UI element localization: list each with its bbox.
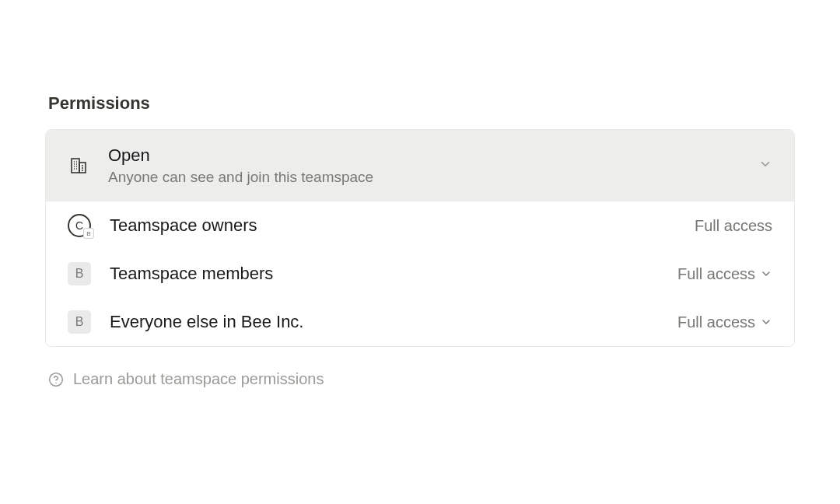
role-label: Teamspace members: [110, 264, 659, 284]
role-row-everyone: B Everyone else in Bee Inc. Full access: [46, 298, 794, 346]
chevron-down-icon: [760, 268, 772, 280]
role-access-dropdown[interactable]: Full access: [677, 265, 772, 283]
svg-point-13: [50, 373, 63, 386]
access-level-text: Open Anyone can see and join this teamsp…: [108, 145, 740, 186]
access-level-subtitle: Anyone can see and join this teamspace: [108, 169, 740, 186]
access-level-title: Open: [108, 145, 740, 166]
learn-permissions-link[interactable]: Learn about teamspace permissions: [45, 370, 795, 388]
role-access-dropdown[interactable]: Full access: [677, 313, 772, 331]
help-circle-icon: [48, 372, 64, 387]
square-avatar-icon: B: [68, 262, 91, 285]
role-label: Teamspace owners: [110, 215, 676, 236]
sub-badge: B: [83, 228, 94, 239]
chevron-down-icon: [758, 157, 772, 174]
help-link-label: Learn about teamspace permissions: [73, 370, 324, 388]
svg-rect-0: [72, 159, 79, 173]
access-level-selector[interactable]: Open Anyone can see and join this teamsp…: [46, 130, 794, 201]
chevron-down-icon: [760, 316, 772, 328]
role-access-value: Full access: [695, 217, 772, 235]
role-label: Everyone else in Bee Inc.: [110, 312, 659, 332]
permissions-card: Open Anyone can see and join this teamsp…: [45, 129, 795, 347]
square-avatar-icon: B: [68, 310, 91, 334]
avatar-icon: C B: [68, 214, 91, 237]
role-row-owners: C B Teamspace owners Full access: [46, 201, 794, 250]
role-row-members: B Teamspace members Full access: [46, 250, 794, 298]
building-icon: [68, 155, 89, 177]
permissions-heading: Permissions: [45, 93, 795, 114]
